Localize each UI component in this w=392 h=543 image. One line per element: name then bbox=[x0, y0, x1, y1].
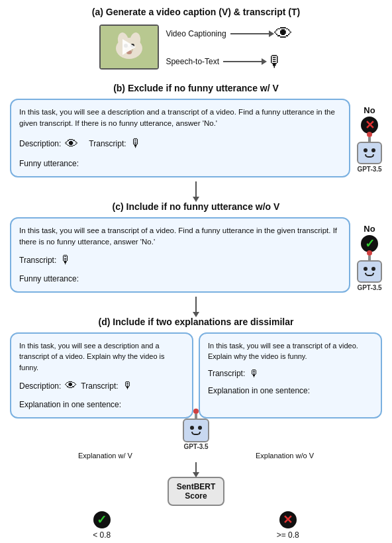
section-d-robot: GPT-3.5 bbox=[183, 419, 209, 450]
section-c-prompt-text: In this task, you will see a transcript … bbox=[19, 226, 337, 246]
section-b-right: No ✕ GPT-3.5 bbox=[357, 99, 382, 173]
section-b-robot: GPT-3.5 bbox=[357, 142, 382, 173]
section-b: (b) Exclude if no funny utterance w/ V I… bbox=[10, 83, 382, 177]
section-c-robot-eyes bbox=[364, 267, 375, 271]
video-captioning-arrow bbox=[230, 33, 270, 34]
speech-to-text-row: Speech-to-Text 🎙 bbox=[166, 52, 283, 71]
section-d-box2-explain-row: Explanation in one sentence: bbox=[208, 385, 373, 397]
less-than-label: < 0.8 bbox=[93, 530, 111, 540]
section-b-desc-row: Description: 👁 Transcript: 🎙 bbox=[19, 134, 341, 154]
cross-badge-d: ✕ bbox=[279, 511, 297, 528]
section-c-robot-label: GPT-3.5 bbox=[357, 284, 382, 291]
mic-icon-d2: 🎙 bbox=[249, 366, 259, 381]
section-c-row: In this task, you will see a transcript … bbox=[10, 217, 382, 293]
section-c-funny-row: Funny utterance: bbox=[19, 273, 341, 285]
arrow-c-to-d bbox=[10, 297, 382, 313]
video-captioning-label: Video Captioning bbox=[166, 29, 226, 38]
sentbert-label-line2: Score bbox=[177, 491, 216, 501]
section-b-robot-mouth bbox=[365, 154, 374, 158]
section-d-box1: In this task, you will see a description… bbox=[10, 332, 193, 419]
section-b-desc-label: Description: bbox=[19, 138, 61, 150]
section-d-box1-text: In this task, you will see a description… bbox=[19, 342, 165, 371]
greater-than-label: >= 0.8 bbox=[277, 530, 299, 540]
section-b-no-badge: No ✕ bbox=[361, 105, 378, 134]
section-d-box2-text: In this task, you will see a transcript … bbox=[208, 342, 358, 361]
section-c-robot: GPT-3.5 bbox=[357, 260, 382, 291]
section-c-right: No ✓ GPT-3.5 bbox=[357, 217, 382, 291]
section-d-box2-trans-row: Transcript: 🎙 bbox=[208, 366, 373, 381]
section-d-box1-explain-row: Explanation in one sentence: bbox=[19, 399, 184, 411]
sentbert-label-line1: SentBERT bbox=[177, 482, 216, 491]
section-d-box2-trans-label: Transcript: bbox=[208, 368, 245, 379]
section-b-funny-label: Funny utterance: bbox=[19, 158, 79, 170]
section-c-robot-mouth bbox=[365, 273, 374, 276]
section-b-no-label: No bbox=[364, 105, 375, 115]
section-c-trans-row: Transcript: 🎙 bbox=[19, 252, 341, 269]
explanation-without-v-label: Explanation w/o V bbox=[256, 452, 314, 460]
section-a: Video Captioning 👁 Speech-to-Text 🎙 bbox=[10, 23, 382, 71]
section-b-prompt-text: In this task, you will see a description… bbox=[19, 108, 335, 127]
section-c-prompt: In this task, you will see a transcript … bbox=[10, 217, 350, 293]
section-b-robot-label: GPT-3.5 bbox=[357, 166, 382, 173]
section-c-no-label: No bbox=[364, 224, 375, 234]
section-d-robot-mouth bbox=[191, 432, 201, 435]
section-b-robot-eyes bbox=[364, 148, 375, 152]
video-thumbnail bbox=[99, 25, 159, 70]
eye-icon-d1: 👁 bbox=[65, 377, 77, 395]
section-d-box1-desc-label: Description: bbox=[19, 380, 61, 392]
section-d: (d) Include if two explanations are diss… bbox=[10, 317, 382, 540]
eye-icon-b: 👁 bbox=[65, 134, 78, 154]
mic-icon-b: 🎙 bbox=[130, 135, 142, 152]
video-captioning-row: Video Captioning 👁 bbox=[166, 23, 292, 44]
section-b-header: (b) Exclude if no funny utterance w/ V bbox=[10, 83, 382, 93]
arrows-labels-container: Video Captioning 👁 Speech-to-Text 🎙 bbox=[166, 23, 292, 71]
explanation-labels-row: Explanation w/ V Explanation w/o V bbox=[17, 452, 375, 460]
section-c-robot-head bbox=[357, 260, 382, 283]
section-d-antenna bbox=[195, 414, 197, 419]
section-c-header: (c) Include if no funny utterance w/o V bbox=[10, 201, 382, 212]
section-d-header: (d) Include if two explanations are diss… bbox=[10, 317, 382, 327]
arrow-d-to-sentbert bbox=[10, 462, 382, 473]
score-less-col: ✓ < 0.8 bbox=[93, 511, 111, 540]
section-d-box1-desc-row: Description: 👁 Transcript: 🎙 bbox=[19, 377, 184, 395]
section-a-header: (a) Generate a video caption (V) & trans… bbox=[10, 7, 382, 17]
section-d-robot-container: GPT-3.5 bbox=[10, 419, 382, 450]
section-d-robot-eyes bbox=[190, 426, 202, 430]
section-d-robot-label: GPT-3.5 bbox=[183, 443, 208, 450]
mic-icon-c: 🎙 bbox=[60, 252, 72, 269]
section-d-robot-head bbox=[183, 419, 209, 442]
section-b-trans-label: Transcript: bbox=[89, 138, 126, 150]
section-c-antenna bbox=[368, 256, 371, 260]
section-b-antenna bbox=[368, 137, 371, 142]
mic-icon-a: 🎙 bbox=[267, 52, 283, 71]
section-d-box1-trans-label: Transcript: bbox=[81, 380, 118, 392]
section-b-funny-row: Funny utterance: bbox=[19, 158, 341, 170]
section-d-box1-explain-label: Explanation in one sentence: bbox=[19, 399, 121, 411]
score-greater-col: ✕ >= 0.8 bbox=[277, 511, 299, 540]
section-c: (c) Include if no funny utterance w/o V … bbox=[10, 201, 382, 293]
section-c-no-badge: No ✓ bbox=[361, 224, 378, 252]
check-badge-d: ✓ bbox=[93, 511, 111, 528]
section-d-box2: In this task, you will see a transcript … bbox=[199, 332, 382, 419]
section-b-prompt: In this task, you will see a description… bbox=[10, 99, 350, 177]
section-c-funny-label: Funny utterance: bbox=[19, 273, 79, 285]
speech-to-text-label: Speech-to-Text bbox=[166, 57, 219, 66]
eye-icon-a: 👁 bbox=[274, 23, 293, 44]
sentbert-row: SentBERT Score bbox=[10, 477, 382, 506]
score-outcomes: ✓ < 0.8 ✕ >= 0.8 bbox=[10, 511, 382, 540]
section-c-trans-label: Transcript: bbox=[19, 254, 56, 266]
speech-to-text-arrow bbox=[223, 61, 263, 62]
sentbert-box: SentBERT Score bbox=[168, 477, 225, 506]
arrow-b-to-c bbox=[10, 181, 382, 197]
section-b-robot-head bbox=[357, 142, 382, 164]
section-d-boxes-row: In this task, you will see a description… bbox=[10, 332, 382, 419]
mic-icon-d1: 🎙 bbox=[122, 378, 132, 393]
explanation-with-v-label: Explanation w/ V bbox=[78, 452, 132, 460]
section-d-box2-explain-label: Explanation in one sentence: bbox=[208, 385, 310, 397]
section-b-row: In this task, you will see a description… bbox=[10, 99, 382, 177]
